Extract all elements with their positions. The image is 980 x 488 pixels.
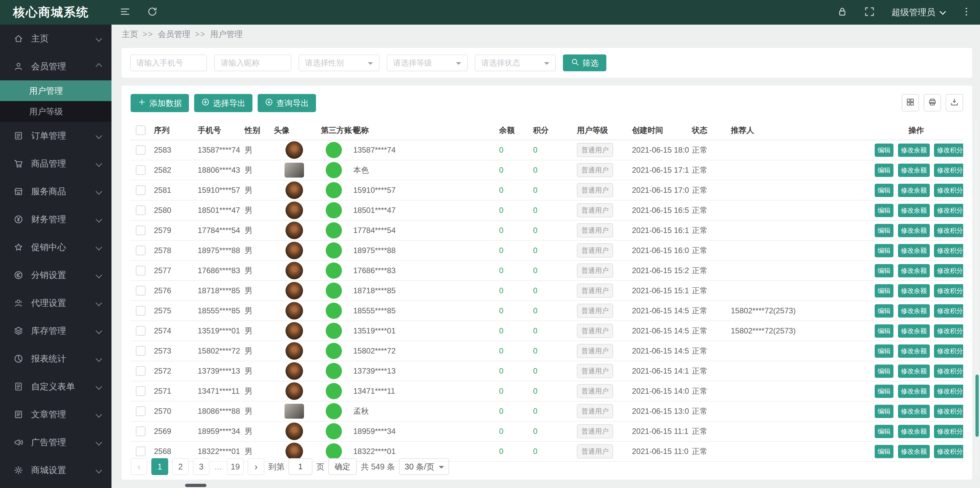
edit-button[interactable]: 编辑 — [875, 445, 894, 458]
status-select[interactable]: 请选择状态 — [475, 54, 556, 71]
edit-button[interactable]: 编辑 — [875, 345, 894, 358]
goto-confirm-button[interactable]: 确定 — [328, 458, 357, 475]
page-button-3[interactable]: 3 — [193, 458, 210, 475]
columns-toggle-button[interactable] — [902, 94, 919, 111]
edit-balance-button[interactable]: 修改余额 — [898, 204, 930, 217]
row-checkbox[interactable] — [136, 426, 145, 436]
row-checkbox[interactable] — [136, 286, 145, 296]
lock-button[interactable] — [829, 0, 856, 25]
add-data-button[interactable]: 添加数据 — [130, 94, 189, 112]
menu-toggle-button[interactable] — [111, 0, 139, 25]
edit-points-button[interactable]: 修改积分 — [934, 385, 963, 398]
row-checkbox[interactable] — [136, 366, 145, 376]
row-checkbox[interactable] — [136, 386, 145, 396]
edit-button[interactable]: 编辑 — [875, 244, 894, 257]
edit-points-button[interactable]: 修改积分 — [934, 284, 963, 297]
sidebar-item-agents[interactable]: 代理设置 — [0, 289, 111, 317]
edit-points-button[interactable]: 修改积分 — [934, 324, 963, 338]
edit-balance-button[interactable]: 修改余额 — [898, 143, 930, 157]
edit-balance-button[interactable]: 修改余额 — [898, 445, 930, 458]
next-page-button[interactable]: › — [248, 458, 264, 475]
sidebar-item-promotions[interactable]: 促销中心 — [0, 233, 111, 261]
select-all-checkbox[interactable] — [136, 126, 145, 135]
edit-points-button[interactable]: 修改积分 — [934, 405, 963, 418]
level-select[interactable]: 请选择等级 — [387, 54, 468, 71]
edit-points-button[interactable]: 修改积分 — [934, 184, 963, 197]
edit-balance-button[interactable]: 修改余额 — [898, 224, 930, 237]
page-size-select[interactable]: 30 条/页 — [399, 458, 450, 475]
page-button-2[interactable]: 2 — [172, 458, 189, 475]
edit-button[interactable]: 编辑 — [875, 324, 894, 338]
edit-button[interactable]: 编辑 — [875, 204, 894, 217]
sidebar-item-home[interactable]: 主页 — [0, 25, 111, 52]
nickname-input[interactable] — [214, 54, 291, 71]
row-checkbox[interactable] — [136, 185, 145, 195]
edit-button[interactable]: 编辑 — [875, 224, 894, 237]
row-checkbox[interactable] — [136, 306, 145, 316]
gender-select[interactable]: 请选择性别 — [299, 54, 380, 71]
breadcrumb-item-home[interactable]: 主页 — [122, 29, 138, 40]
edit-points-button[interactable]: 修改积分 — [934, 164, 963, 177]
export-button[interactable] — [946, 94, 963, 111]
row-checkbox[interactable] — [136, 406, 145, 416]
sidebar-item-finance[interactable]: 财务管理 — [0, 205, 111, 233]
row-checkbox[interactable] — [136, 145, 145, 155]
fullscreen-button[interactable] — [856, 0, 883, 25]
goto-page-input[interactable] — [288, 458, 312, 475]
row-checkbox[interactable] — [136, 205, 145, 215]
row-checkbox[interactable] — [136, 326, 145, 336]
edit-balance-button[interactable]: 修改余额 — [898, 284, 930, 297]
row-checkbox[interactable] — [136, 346, 145, 356]
sidebar-item-user-management[interactable]: 用户管理 — [0, 80, 111, 101]
edit-balance-button[interactable]: 修改余额 — [898, 385, 930, 398]
edit-points-button[interactable]: 修改积分 — [934, 224, 963, 237]
export-query-button[interactable]: 查询导出 — [258, 94, 316, 112]
edit-balance-button[interactable]: 修改余额 — [898, 324, 930, 338]
row-checkbox[interactable] — [136, 165, 145, 175]
sidebar-item-distribution[interactable]: 分销设置 — [0, 261, 111, 289]
edit-button[interactable]: 编辑 — [875, 304, 894, 318]
sidebar-item-members[interactable]: 会员管理 — [0, 52, 111, 80]
edit-points-button[interactable]: 修改积分 — [934, 445, 963, 458]
edit-balance-button[interactable]: 修改余额 — [898, 264, 930, 277]
vertical-scrollbar-thumb[interactable] — [975, 375, 979, 437]
edit-points-button[interactable]: 修改积分 — [934, 425, 963, 438]
sidebar-item-mall-settings[interactable]: 商城设置 — [0, 456, 111, 484]
breadcrumb-item-user-management[interactable]: 用户管理 — [210, 29, 242, 40]
edit-button[interactable]: 编辑 — [875, 405, 894, 418]
print-button[interactable] — [924, 94, 941, 111]
edit-button[interactable]: 编辑 — [875, 385, 894, 398]
sidebar-item-inventory[interactable]: 库存管理 — [0, 317, 111, 345]
row-checkbox[interactable] — [136, 246, 145, 255]
page-button-1[interactable]: 1 — [151, 458, 168, 475]
edit-points-button[interactable]: 修改积分 — [934, 244, 963, 257]
edit-balance-button[interactable]: 修改余额 — [898, 345, 930, 358]
edit-points-button[interactable]: 修改积分 — [934, 345, 963, 358]
edit-points-button[interactable]: 修改积分 — [934, 264, 963, 277]
edit-button[interactable]: 编辑 — [875, 425, 894, 438]
refresh-button[interactable] — [139, 0, 166, 25]
row-checkbox[interactable] — [136, 447, 145, 456]
edit-button[interactable]: 编辑 — [875, 184, 894, 197]
phone-input[interactable] — [130, 54, 207, 71]
sidebar-item-custom-forms[interactable]: 自定义表单 — [0, 373, 111, 401]
row-checkbox[interactable] — [136, 226, 145, 235]
more-button[interactable] — [953, 0, 980, 25]
edit-balance-button[interactable]: 修改余额 — [898, 304, 930, 318]
edit-balance-button[interactable]: 修改余额 — [898, 405, 930, 418]
edit-points-button[interactable]: 修改积分 — [934, 364, 963, 378]
sidebar-item-goods[interactable]: 商品管理 — [0, 150, 111, 178]
sidebar-item-reports[interactable]: 报表统计 — [0, 345, 111, 373]
edit-balance-button[interactable]: 修改余额 — [898, 364, 930, 378]
breadcrumb-item-members[interactable]: 会员管理 — [158, 29, 190, 40]
sidebar-item-user-levels[interactable]: 用户等级 — [0, 101, 111, 122]
sidebar-item-ads[interactable]: 广告管理 — [0, 428, 111, 456]
filter-button[interactable]: 筛选 — [563, 54, 606, 71]
export-selected-button[interactable]: 选择导出 — [194, 94, 253, 112]
edit-points-button[interactable]: 修改积分 — [934, 204, 963, 217]
sidebar-item-articles[interactable]: 文章管理 — [0, 401, 111, 428]
edit-balance-button[interactable]: 修改余额 — [898, 244, 930, 257]
edit-points-button[interactable]: 修改积分 — [934, 304, 963, 318]
horizontal-scrollbar-thumb[interactable] — [185, 484, 207, 487]
row-checkbox[interactable] — [136, 266, 145, 275]
